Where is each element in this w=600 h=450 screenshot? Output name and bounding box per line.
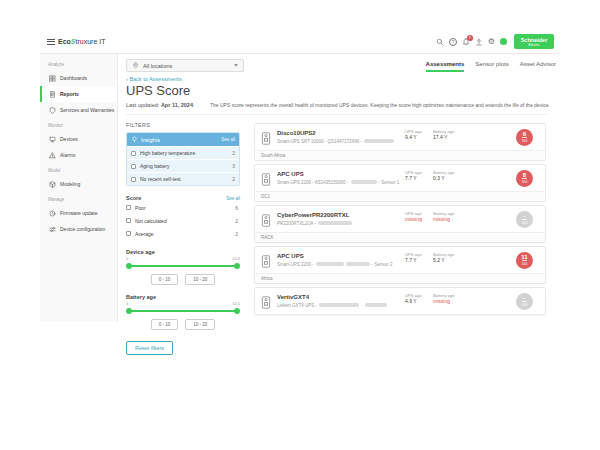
device-age-slider: 014.0 <box>126 256 240 271</box>
sidebar-section-label: Manage <box>40 192 117 205</box>
device-model-text: Smart-UPS SRT 10000 - QS1447172496 - <box>277 139 362 144</box>
battery-age-range-button-10-20[interactable]: 10 - 20 <box>185 319 215 330</box>
checkbox[interactable] <box>131 164 136 169</box>
ups-device-icon <box>261 131 271 144</box>
score-filter-average[interactable]: Average2 <box>126 227 240 240</box>
insights-label: Insights <box>141 137 160 143</box>
filter-count: 2 <box>232 150 235 156</box>
device-card-main: APC UPSSmart-UPS 2200 -- Sensor 2UPS age… <box>255 247 545 273</box>
device-card-vertivgxt4[interactable]: VertivGXT4Liebert GXT4 UPS --UPS age4.9 … <box>254 287 546 315</box>
battery-age-column: Battery agemissing <box>433 211 454 223</box>
hamburger-menu-icon[interactable] <box>47 39 55 45</box>
device-list: Disco10UPS2Smart-UPS SRT 10000 - QS14471… <box>254 123 546 318</box>
score-max: 100 <box>522 260 528 266</box>
checkbox[interactable] <box>131 151 136 156</box>
sidebar-item-dashboards[interactable]: Dashboards <box>40 70 117 86</box>
device-age-range-button-0-10[interactable]: 0 - 10 <box>151 274 179 285</box>
device-age-filter: Device age014.00 - 1010 - 20 <box>126 249 240 285</box>
insight-filter-no-recent-self-test[interactable]: No recent self-test2 <box>127 172 239 185</box>
checkbox[interactable] <box>131 177 136 182</box>
insight-filter-high-battery-temperature[interactable]: High battery temperature2 <box>127 146 239 159</box>
device-model: Smart-UPS SRT 10000 - QS1447172496 - <box>277 139 394 144</box>
checkbox[interactable] <box>126 205 131 210</box>
battery-age-slider-handle-max[interactable] <box>234 308 240 314</box>
insights-bulb-icon <box>131 136 138 143</box>
battery-age-column: Battery agemissing <box>433 293 454 305</box>
score-see-all-link[interactable]: See all <box>226 196 240 201</box>
tab-sensor-plots[interactable]: Sensor plots <box>475 61 508 72</box>
sidebar-item-firmware-update[interactable]: Firmware update <box>40 205 117 221</box>
sidebar-item-device-configuration[interactable]: Device configuration <box>40 221 117 237</box>
tab-asset-advisor[interactable]: Asset Advisor <box>520 61 556 72</box>
battery-age-filter: Battery age014.00 - 1010 - 20 <box>126 294 240 330</box>
insights-see-all-link[interactable]: See all <box>221 137 235 142</box>
filter-count: 6 <box>235 205 238 211</box>
device-card-apc-ups[interactable]: APC UPSSmart-UPS 2200 -- Sensor 2UPS age… <box>254 246 546 284</box>
device-model-text: Liebert GXT4 UPS - <box>277 303 317 308</box>
help-icon[interactable]: ? <box>449 38 457 46</box>
reset-filters-button[interactable]: Reset filters <box>126 341 173 355</box>
filters-title: FILTERS <box>126 122 240 128</box>
back-link[interactable]: ‹ Back to Assessments <box>126 76 182 82</box>
filter-label: No recent self-test <box>140 176 181 182</box>
ups-age-value: missing <box>405 216 422 223</box>
battery-age-column: Battery age5.2 Y <box>433 252 454 264</box>
sidebar-item-label: Alarms <box>60 152 76 158</box>
sidebar-item-services-and-warranties[interactable]: Services and Warranties <box>40 102 117 118</box>
sidebar-item-alarms[interactable]: Alarms <box>40 147 117 163</box>
device-model-text: - Sensor 1 <box>379 180 400 185</box>
sidebar-item-modeling[interactable]: Modeling <box>40 176 117 192</box>
logo-line2: Electric <box>528 43 539 47</box>
settings-icon[interactable]: ⚙ <box>488 38 495 46</box>
ups-device-icon <box>261 254 271 267</box>
device-model: PR2200RTXL2UA - <box>277 221 352 226</box>
device-age-slider-handle-max[interactable] <box>234 263 240 269</box>
device-name: APC UPS <box>277 253 393 260</box>
battery-age-slider-handle-min[interactable] <box>126 308 132 314</box>
export-icon[interactable] <box>475 38 483 46</box>
filter-count: 3 <box>232 163 235 169</box>
avatar[interactable] <box>500 38 507 45</box>
battery-age-range-button-0-10[interactable]: 0 - 10 <box>151 319 179 330</box>
filter-label: Aging battery <box>140 163 169 169</box>
sidebar-item-label: Services and Warranties <box>60 107 114 113</box>
redacted-text <box>346 262 370 266</box>
location-selector[interactable]: All locations <box>126 59 244 72</box>
device-location: Africa <box>255 273 545 283</box>
battery-age-value: 5.2 Y <box>433 257 454 264</box>
page-description: The UPS score represents the overall hea… <box>210 102 554 108</box>
device-card-apc-ups[interactable]: APC UPSSmart-UPS 2200 - AS1435150060 -- … <box>254 164 546 202</box>
device-model-text: PR2200RTXL2UA - <box>277 221 316 226</box>
sidebar-item-devices[interactable]: Devices <box>40 131 117 147</box>
filter-count: 2 <box>235 231 238 237</box>
device-age-range-button-10-20[interactable]: 10 - 20 <box>185 274 215 285</box>
device-model-text: Smart-UPS 2200 - AS1435150060 - <box>277 180 349 185</box>
score-filter-not-calculated[interactable]: Not calculated2 <box>126 214 240 227</box>
devices-icon <box>49 136 56 143</box>
schneider-electric-logo: Schneider Electric <box>514 34 554 49</box>
battery-age-column: Battery age0.3 Y <box>433 170 454 182</box>
alarms-icon <box>49 152 56 159</box>
notifications-icon[interactable]: 9 <box>462 38 470 46</box>
device-card-cyberpowerpr2200rtxl[interactable]: CyberPowerPR2200RTXLPR2200RTXL2UA -UPS a… <box>254 205 546 243</box>
score-badge: 11100 <box>516 252 533 269</box>
insight-filter-aging-battery[interactable]: Aging battery3 <box>127 159 239 172</box>
battery-age-max-value: 14.0 <box>232 301 240 306</box>
sidebar-item-reports[interactable]: Reports <box>40 86 117 102</box>
device-card-disco10ups2[interactable]: Disco10UPS2Smart-UPS SRT 10000 - QS14471… <box>254 123 546 161</box>
device-location: South Africa <box>255 150 545 160</box>
checkbox[interactable] <box>126 218 131 223</box>
battery-age-min-value: 0 <box>126 301 128 306</box>
filter-label: Not calculated <box>135 218 167 224</box>
search-icon[interactable] <box>436 38 444 46</box>
device-age-slider-handle-min[interactable] <box>126 263 132 269</box>
score-filter-poor[interactable]: Poor6 <box>126 201 240 214</box>
sidebar-section-label: Analyze <box>40 57 117 70</box>
score-badge: -100 <box>516 293 533 310</box>
checkbox[interactable] <box>126 231 131 236</box>
device-name: VertivGXT4 <box>277 294 387 301</box>
battery-age-slider-track <box>128 310 238 312</box>
tab-assessments[interactable]: Assessments <box>426 61 465 72</box>
device-text: Disco10UPS2Smart-UPS SRT 10000 - QS14471… <box>277 130 394 144</box>
ups-device-icon <box>261 213 271 226</box>
